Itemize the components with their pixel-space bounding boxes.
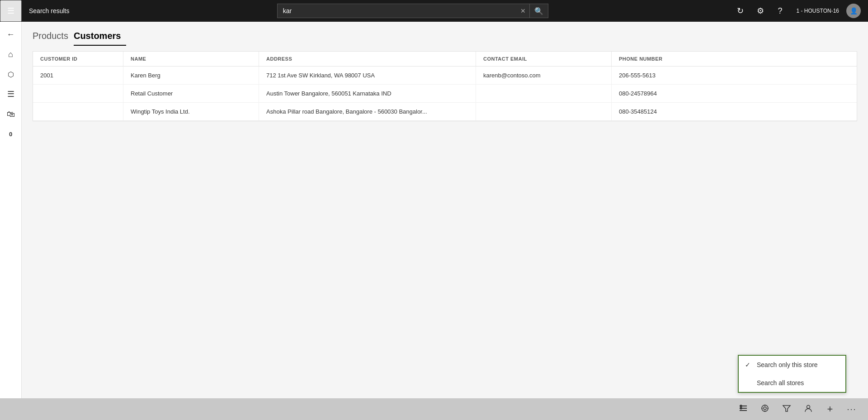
col-header-name: NAME	[123, 52, 259, 66]
add-button[interactable]: +	[821, 400, 839, 418]
cell-customer-id-1	[33, 85, 123, 102]
cell-phone-0: 206-555-5613	[612, 67, 702, 84]
table-row[interactable]: Wingtip Toys India Ltd. Ashoka Pillar ro…	[33, 103, 857, 121]
sidebar: ← ⌂ ⬡ ☰ 🛍 0	[0, 22, 22, 398]
back-icon: ←	[7, 30, 15, 39]
col-header-address: ADDRESS	[259, 52, 476, 66]
results-table: CUSTOMER ID NAME ADDRESS CONTACT EMAIL P…	[33, 51, 857, 121]
sidebar-back-button[interactable]: ←	[2, 25, 20, 43]
cell-name-1: Retail Customer	[123, 85, 259, 102]
header-actions: ↻ ⚙ ? 1 - HOUSTON-16 👤	[731, 2, 868, 20]
more-button[interactable]: ···	[843, 400, 861, 418]
search-clear-button[interactable]: ✕	[517, 7, 529, 14]
main-content: Products Customers CUSTOMER ID NAME ADDR…	[22, 22, 868, 398]
cell-customer-id-0: 2001	[33, 67, 123, 84]
svg-marker-11	[783, 406, 790, 411]
app-body: ← ⌂ ⬡ ☰ 🛍 0 Products Customers CUSTOMER …	[0, 22, 868, 398]
cell-customer-id-2	[33, 103, 123, 120]
home-icon: ⌂	[8, 50, 13, 59]
more-icon: ···	[847, 405, 856, 414]
table-header: CUSTOMER ID NAME ADDRESS CONTACT EMAIL P…	[33, 52, 857, 67]
settings-button[interactable]: ⚙	[751, 2, 769, 20]
svg-rect-2	[740, 410, 747, 411]
cell-email-1	[476, 85, 612, 102]
avatar: 👤	[846, 4, 861, 18]
search-all-stores-option[interactable]: Search all stores	[739, 374, 845, 392]
svg-rect-0	[740, 406, 747, 406]
hamburger-button[interactable]: ☰	[0, 0, 22, 22]
sidebar-menu-button[interactable]: ☰	[2, 85, 20, 103]
sidebar-home-button[interactable]: ⌂	[2, 45, 20, 63]
context-menu: Search only this store Search all stores	[738, 355, 846, 393]
search-container: ✕ 🔍	[94, 4, 731, 18]
settings-icon: ⚙	[757, 6, 764, 16]
cell-address-2: Ashoka Pillar road Bangalore, Bangalore …	[259, 103, 476, 120]
sidebar-count-button[interactable]: 0	[2, 125, 20, 143]
col-header-phone: PHONE NUMBER	[612, 52, 702, 66]
search-submit-button[interactable]: 🔍	[529, 4, 548, 18]
search-all-stores-label: Search all stores	[757, 379, 804, 387]
products-icon: ⬡	[8, 70, 14, 79]
list-view-button[interactable]	[734, 400, 752, 418]
svg-point-5	[762, 405, 768, 411]
search-icon: 🔍	[534, 7, 543, 15]
svg-rect-1	[740, 408, 747, 409]
page-title: Search results	[22, 7, 94, 14]
cell-email-0: karenb@contoso.com	[476, 67, 612, 84]
search-only-this-store-option[interactable]: Search only this store	[739, 356, 845, 374]
bottom-toolbar: + ···	[0, 398, 868, 420]
filter-button[interactable]	[778, 400, 796, 418]
refresh-icon: ↻	[737, 6, 744, 16]
count-icon: 0	[9, 131, 12, 138]
table-row[interactable]: Retail Customer Austin Tower Bangalore, …	[33, 85, 857, 103]
top-header: ☰ Search results ✕ 🔍 ↻ ⚙ ? 1 - HOUSTON-1…	[0, 0, 868, 22]
tab-customers[interactable]: Customers	[74, 29, 126, 46]
person-icon	[804, 404, 813, 415]
cell-phone-2: 080-35485124	[612, 103, 702, 120]
cell-name-0: Karen Berg	[123, 67, 259, 84]
svg-point-6	[764, 407, 766, 410]
target-icon	[760, 404, 769, 415]
cell-name-2: Wingtip Toys India Ltd.	[123, 103, 259, 120]
svg-point-12	[807, 405, 810, 408]
help-button[interactable]: ?	[771, 2, 789, 20]
search-only-this-store-label: Search only this store	[757, 361, 818, 368]
bag-icon: 🛍	[7, 110, 15, 119]
refresh-button[interactable]: ↻	[731, 2, 750, 20]
col-header-customer-id: CUSTOMER ID	[33, 52, 123, 66]
cell-address-0: 712 1st Ave SW Kirkland, WA 98007 USA	[259, 67, 476, 84]
hamburger-icon: ☰	[7, 6, 14, 16]
search-bar: ✕ 🔍	[277, 4, 548, 18]
table-row[interactable]: 2001 Karen Berg 712 1st Ave SW Kirkland,…	[33, 67, 857, 85]
plus-icon: +	[827, 403, 833, 415]
filter-icon	[782, 404, 791, 415]
sidebar-orders-button[interactable]: 🛍	[2, 105, 20, 123]
target-button[interactable]	[756, 400, 774, 418]
list-icon: ☰	[7, 89, 14, 99]
sidebar-products-button[interactable]: ⬡	[2, 65, 20, 83]
tabs-container: Products Customers	[33, 29, 857, 46]
cell-email-2	[476, 103, 612, 120]
store-info: 1 - HOUSTON-16	[791, 8, 844, 14]
add-customer-button[interactable]	[799, 400, 817, 418]
tab-products[interactable]: Products	[33, 29, 74, 46]
search-input[interactable]	[278, 7, 517, 14]
cell-phone-1: 080-24578964	[612, 85, 702, 102]
list-view-icon	[739, 404, 748, 415]
help-icon: ?	[778, 6, 783, 16]
cell-address-1: Austin Tower Bangalore, 560051 Karnataka…	[259, 85, 476, 102]
col-header-email: CONTACT EMAIL	[476, 52, 612, 66]
